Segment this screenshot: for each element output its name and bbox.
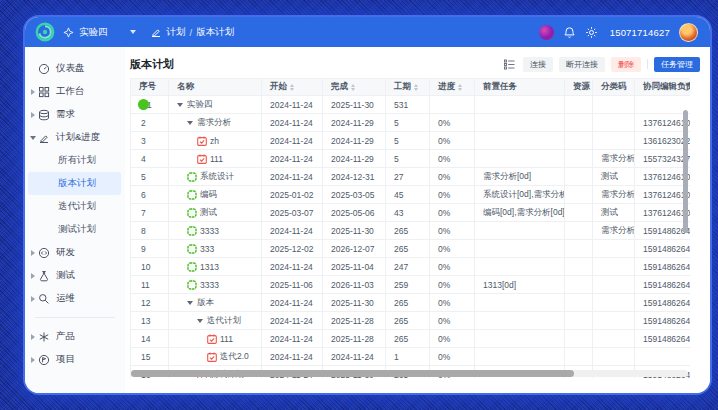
sort-icon[interactable] [351, 84, 355, 91]
navbar-right: 15071714627 [539, 23, 698, 42]
cell-start: 2024-11-24 [262, 96, 323, 114]
cell-start: 2024-11-24 [262, 312, 323, 330]
sidebar-item[interactable]: 产品 [25, 325, 125, 348]
cell-code: 需求分析 [593, 222, 635, 240]
settings-gear-icon[interactable] [585, 26, 598, 39]
toolbar-divider [647, 59, 648, 69]
table-row[interactable]: 7测试2025-03-072025-05-06430%编码[0d],需求分析[0… [131, 204, 691, 222]
sidebar-item[interactable]: 运维 [25, 287, 125, 310]
sidebar-item[interactable]: 工作台 [25, 80, 125, 103]
horizontal-scrollbar-thumb[interactable] [131, 370, 574, 377]
sidebar-item[interactable]: 需求 [25, 103, 125, 126]
expand-arrow-icon[interactable] [28, 136, 38, 140]
disconnect-button[interactable]: 断开连接 [559, 57, 605, 72]
cell-pred: 需求分析[0d] [475, 168, 565, 186]
sidebar-subitem[interactable]: 所有计划 [28, 149, 121, 172]
cell-res [565, 168, 593, 186]
sidebar-item[interactable]: 测试 [25, 264, 125, 287]
column-header[interactable]: 进度 [430, 79, 475, 96]
table-row[interactable]: 15迭代2.02024-11-242024-11-2410% [131, 348, 691, 366]
cell-progress: 0% [430, 222, 475, 240]
sidebar-item[interactable]: 计划&进度 [25, 126, 125, 149]
cell-code [593, 258, 635, 276]
table-row[interactable]: 12版本2024-11-242025-11-302650%15914862645 [131, 294, 691, 312]
user-avatar[interactable] [679, 23, 698, 42]
table-row[interactable]: 13迭代计划2024-11-242025-11-282650%159148626… [131, 312, 691, 330]
table-row[interactable]: 3zh2024-11-242024-11-2950%13616230227 [131, 132, 691, 150]
expand-arrow-icon[interactable] [28, 250, 38, 256]
cell-name: 3333 [169, 276, 262, 294]
cell-start: 2024-11-24 [262, 132, 323, 150]
column-header[interactable]: 开始 [262, 79, 323, 96]
workspace-caret-icon[interactable] [130, 30, 136, 34]
breadcrumb-page: 版本计划 [196, 26, 234, 39]
table-row[interactable]: 5系统设计2024-11-242024-12-31270%需求分析[0d]测试1… [131, 168, 691, 186]
column-header[interactable]: 工期 [386, 79, 430, 96]
sidebar: 仪表盘工作台需求计划&进度所有计划版本计划迭代计划测试计划研发测试运维产品项目 [25, 47, 125, 393]
cell-pred [475, 330, 565, 348]
vertical-scrollbar[interactable] [683, 110, 688, 233]
expand-arrow-icon[interactable] [28, 273, 38, 279]
table-row[interactable]: 833332024-11-242025-11-302650%需求分析159148… [131, 222, 691, 240]
cell-finish: 2024-12-31 [323, 168, 386, 186]
expand-arrow-icon[interactable] [28, 112, 38, 118]
cell-no: 10 [131, 258, 169, 276]
task-name: 1313 [200, 262, 219, 272]
plan-table-wrap: 序号名称开始完成工期进度前置任务资源分类码协同编辑负责 1实验四2024-11-… [130, 78, 690, 378]
table-row[interactable]: 141112024-11-242025-11-282650%1591486264… [131, 330, 691, 348]
table-row[interactable]: 2需求分析2024-11-242024-11-2950%13761246106 [131, 114, 691, 132]
table-row[interactable]: 1133332025-11-062026-11-032590%1313[0d]1… [131, 276, 691, 294]
table-row[interactable]: 41112024-11-242024-11-2950%需求分析155732432… [131, 150, 691, 168]
collapse-caret-icon[interactable] [177, 103, 183, 107]
cell-start: 2024-11-24 [262, 294, 323, 312]
column-header[interactable]: 完成 [323, 79, 386, 96]
expand-arrow-icon[interactable] [28, 357, 38, 363]
cell-owner: 15914862645 [635, 258, 691, 276]
table-row[interactable]: 93332025-12-022026-12-072650%15914862645 [131, 240, 691, 258]
notification-bell-icon[interactable] [563, 26, 576, 39]
sidebar-subitem[interactable]: 迭代计划 [28, 195, 121, 218]
sidebar-item[interactable]: 研发 [25, 241, 125, 264]
collapse-caret-icon[interactable] [197, 319, 203, 323]
view-list-icon[interactable] [504, 59, 515, 70]
sort-icon[interactable] [414, 84, 418, 91]
table-row[interactable]: 1实验四2024-11-242025-11-30531 [131, 96, 691, 114]
sidebar-divider [35, 317, 115, 318]
sidebar-item[interactable]: 项目 [25, 348, 125, 371]
cell-finish: 2025-11-28 [323, 330, 386, 348]
collapse-caret-icon[interactable] [187, 301, 193, 305]
cell-code [593, 96, 635, 114]
sort-icon[interactable] [290, 84, 294, 91]
expand-arrow-icon[interactable] [28, 296, 38, 302]
connect-button[interactable]: 连接 [523, 57, 553, 72]
table-row[interactable]: 1013132024-11-242025-11-042470%159148626… [131, 258, 691, 276]
cell-pred: 系统设计[0d],需求分析[0d] [475, 186, 565, 204]
breadcrumb-section[interactable]: 计划 [167, 26, 186, 39]
expand-arrow-icon[interactable] [28, 89, 38, 95]
community-icon[interactable] [539, 25, 554, 40]
sidebar-subitem[interactable]: 版本计划 [28, 172, 121, 195]
horizontal-scrollbar-track[interactable] [130, 370, 688, 377]
column-header: 前置任务 [475, 79, 565, 96]
cell-duration: 531 [386, 96, 430, 114]
task-green-icon [187, 226, 197, 236]
main-content: 版本计划 连接 断开连接 删除 任务管理 [125, 47, 710, 393]
task-name: 333 [200, 244, 214, 254]
sort-icon[interactable] [458, 84, 462, 91]
cell-no: 14 [131, 330, 169, 348]
cell-code [593, 330, 635, 348]
delete-button[interactable]: 删除 [611, 57, 641, 72]
cell-pred [475, 222, 565, 240]
sidebar-subitem[interactable]: 测试计划 [28, 218, 121, 241]
table-row[interactable]: 6编码2025-01-022025-03-05450%系统设计[0d],需求分析… [131, 186, 691, 204]
expand-arrow-icon[interactable] [28, 334, 38, 340]
collapse-caret-icon[interactable] [187, 121, 193, 125]
workspace-selector[interactable]: 实验四 [63, 26, 136, 39]
cell-progress: 0% [430, 330, 475, 348]
cell-duration: 45 [386, 186, 430, 204]
cell-res [565, 348, 593, 366]
sidebar-item[interactable]: 仪表盘 [25, 57, 125, 80]
cell-start: 2024-11-24 [262, 150, 323, 168]
cell-owner: 13761246106 [635, 114, 691, 132]
task-manage-button[interactable]: 任务管理 [654, 57, 700, 72]
